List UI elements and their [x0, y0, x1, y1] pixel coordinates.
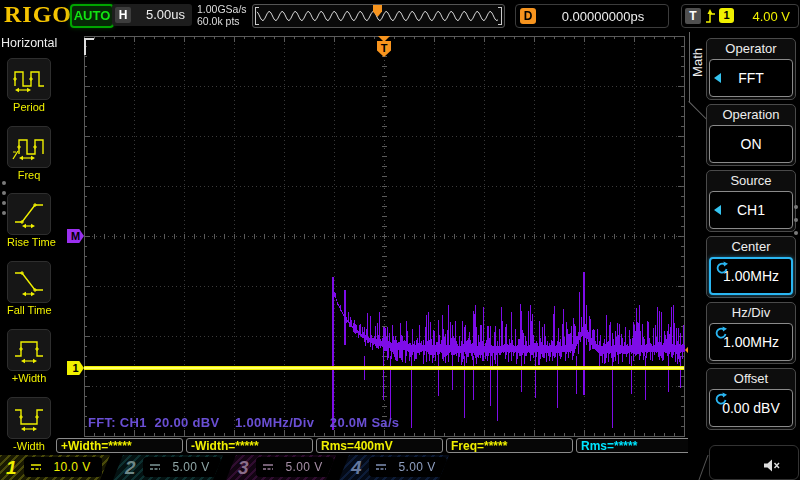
sound-area-frame [709, 445, 799, 480]
menu-value: 1.00MHz [709, 257, 793, 295]
memory-depth: 60.0k pts [197, 15, 247, 27]
menu-item-plus-width[interactable]: +Width [7, 329, 51, 384]
menu-title: Center [707, 239, 795, 254]
delay-icon: D [520, 8, 536, 24]
channel1-status[interactable]: 1 10.0 V [0, 455, 110, 480]
menu-title: Offset [707, 371, 795, 386]
menu-offset[interactable]: Offset 0.00 dBV [706, 368, 796, 430]
horizontal-scale-readout: H 5.00us [112, 4, 192, 26]
fall-time-icon [12, 267, 46, 297]
left-menu-panel: Horizontal Period Freq [0, 30, 56, 455]
plus-width-icon [12, 335, 46, 365]
menu-operator[interactable]: Operator FFT [706, 38, 796, 100]
channel4-status[interactable]: 4 5.00 V [339, 455, 449, 480]
dc-coupling-icon [149, 462, 161, 472]
trigger-edge-icon [705, 8, 716, 24]
trigger-readout: T 1 4.00 V [681, 4, 799, 28]
left-menu-title: Horizontal [1, 36, 61, 50]
menu-source[interactable]: Source CH1 [706, 170, 796, 232]
menu-item-rise-time[interactable]: Rise Time [7, 193, 51, 248]
menu-item-label: Freq [7, 169, 51, 181]
channel4-scale-box: 5.00 V [369, 457, 447, 477]
channel1-scale-box: 10.0 V [24, 457, 102, 477]
preview-right-bracket-icon [498, 7, 502, 25]
page-dot [2, 211, 6, 215]
menu-title: Operator [707, 41, 795, 56]
delay-value: 0.00000000ps [546, 9, 660, 24]
channel3-scale-box: 5.00 V [256, 457, 334, 477]
acquisition-readout: 1.00GSa/s 60.0k pts [197, 3, 247, 27]
minus-width-icon [12, 403, 46, 433]
chevron-left-icon [714, 73, 721, 83]
freq-icon [12, 132, 46, 162]
menu-item-fall-time[interactable]: Fall Time [7, 261, 51, 316]
preview-left-bracket-icon [255, 7, 259, 25]
bottom-bar-divider [698, 455, 708, 480]
menu-title: Source [707, 173, 795, 188]
menu-value: 1.00MHz [709, 323, 793, 361]
waveform-preview[interactable] [252, 4, 505, 28]
page-dot [2, 201, 6, 205]
dc-coupling-icon [30, 462, 42, 472]
menu-title: Operation [707, 107, 795, 122]
channel-status-bar: 1 10.0 V 2 5.00 V 3 [0, 455, 800, 480]
menu-item-minus-width[interactable]: -Width [7, 397, 51, 452]
menu-value: CH1 [709, 191, 793, 229]
menu-item-label: -Width [7, 440, 51, 452]
measurement-slot-4[interactable]: Freq=***** [446, 438, 573, 453]
fft-status-text: FFT: CH1 20.00 dBV 1.00MHz/Div 20.0M Sa/… [88, 415, 399, 430]
page-dot [794, 205, 798, 209]
timebase-value: 5.00us [146, 7, 185, 22]
menu-title: Hz/Div [707, 305, 795, 320]
trigger-level-value: 4.00 V [752, 9, 790, 24]
menu-value: FFT [709, 59, 793, 97]
channel2-status[interactable]: 2 5.00 V [113, 455, 223, 480]
menu-item-label: Fall Time [7, 304, 51, 316]
measurement-slot-1[interactable]: +Width=***** [56, 438, 183, 453]
h-icon: H [115, 7, 131, 23]
right-menu-panel: Math Operator FFT Operation ON Source CH… [688, 30, 800, 455]
speaker-muted-icon[interactable] [763, 458, 781, 474]
knob-icon [715, 261, 729, 275]
run-state-badge: AUTO [70, 4, 114, 28]
knob-icon [714, 392, 728, 406]
menu-item-label: Period [7, 101, 51, 113]
trigger-icon: T [685, 8, 701, 24]
page-dot [2, 181, 6, 185]
trigger-position-label: T [377, 41, 391, 57]
menu-value: 0.00 dBV [709, 389, 793, 427]
menu-item-period[interactable]: Period [7, 58, 51, 113]
period-icon [12, 64, 46, 94]
page-dot [794, 231, 798, 235]
graticule-canvas [0, 0, 800, 480]
chevron-left-icon [714, 205, 721, 215]
menu-operation[interactable]: Operation ON [706, 104, 796, 166]
rise-time-icon [12, 199, 46, 229]
trigger-position-marker[interactable]: T [377, 36, 391, 58]
menu-item-label: Rise Time [7, 236, 51, 248]
math-tab-border-diagonal [688, 101, 707, 120]
math-tab-label: Math [690, 48, 705, 77]
channel3-status[interactable]: 3 5.00 V [226, 455, 336, 480]
measurement-slot-2[interactable]: -Width=***** [186, 438, 313, 453]
dc-coupling-icon [375, 462, 387, 472]
sample-rate: 1.00GSa/s [197, 3, 247, 15]
display-corner-mark [84, 38, 94, 55]
oscilloscope-screen: RIGOL AUTO H 5.00us 1.00GSa/s 60.0k pts … [0, 0, 800, 480]
menu-item-label: +Width [7, 372, 51, 384]
page-dot [794, 218, 798, 222]
measurement-slot-5[interactable]: Rms=***** [576, 438, 703, 453]
menu-value: ON [709, 125, 793, 163]
channel2-scale-box: 5.00 V [143, 457, 221, 477]
page-dot [2, 191, 6, 195]
trigger-source-badge: 1 [719, 8, 734, 23]
delay-readout: D 0.00000000ps [515, 4, 669, 28]
menu-center[interactable]: Center 1.00MHz [706, 236, 796, 298]
dc-coupling-icon [262, 462, 274, 472]
menu-hz-div[interactable]: Hz/Div 1.00MHz [706, 302, 796, 364]
knob-icon [714, 326, 728, 340]
menu-item-freq[interactable]: Freq [7, 126, 51, 181]
measurement-slot-3[interactable]: Rms=400mV [316, 438, 443, 453]
